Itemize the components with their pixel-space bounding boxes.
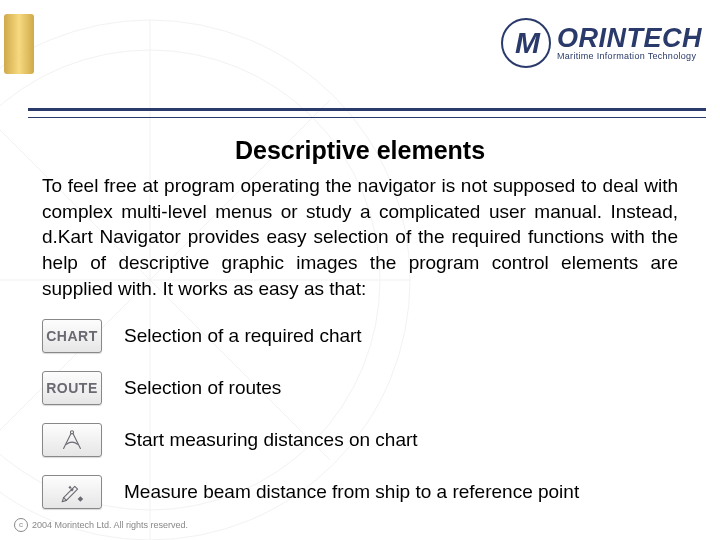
chart-button[interactable]: CHART	[42, 319, 102, 353]
logo-letter: M	[515, 26, 537, 60]
logo-tagline: Maritime Information Technology	[557, 52, 702, 60]
list-item: Start measuring distances on chart	[42, 423, 678, 457]
list-item: ROUTE Selection of routes	[42, 371, 678, 405]
content: Descriptive elements To feel free at pro…	[0, 118, 720, 509]
measure-distance-button[interactable]	[42, 423, 102, 457]
copyright-icon: c	[14, 518, 28, 532]
gold-accent	[4, 14, 34, 74]
header-rules	[28, 108, 706, 118]
footer: c 2004 Morintech Ltd. All rights reserve…	[14, 518, 188, 532]
item-label: Measure beam distance from ship to a ref…	[124, 481, 579, 503]
route-button[interactable]: ROUTE	[42, 371, 102, 405]
svg-marker-8	[78, 496, 84, 502]
svg-point-6	[70, 431, 73, 434]
beam-distance-button[interactable]	[42, 475, 102, 509]
body-paragraph: To feel free at program operating the na…	[42, 173, 678, 301]
compass-divider-icon	[58, 428, 86, 452]
list-item: CHART Selection of a required chart	[42, 319, 678, 353]
svg-marker-7	[68, 486, 71, 489]
beam-pencil-icon	[58, 480, 86, 504]
item-label: Selection of a required chart	[124, 325, 362, 347]
logo-mark: M	[501, 18, 551, 68]
footer-text: 2004 Morintech Ltd. All rights reserved.	[32, 520, 188, 530]
item-label: Start measuring distances on chart	[124, 429, 418, 451]
header: M ORINTECH Maritime Information Technolo…	[0, 0, 720, 118]
route-button-label: ROUTE	[46, 380, 98, 396]
item-label: Selection of routes	[124, 377, 281, 399]
chart-button-label: CHART	[46, 328, 98, 344]
item-list: CHART Selection of a required chart ROUT…	[42, 319, 678, 509]
list-item: Measure beam distance from ship to a ref…	[42, 475, 678, 509]
page-title: Descriptive elements	[42, 136, 678, 165]
logo-name: ORINTECH	[557, 26, 702, 50]
logo: M ORINTECH Maritime Information Technolo…	[501, 18, 702, 68]
